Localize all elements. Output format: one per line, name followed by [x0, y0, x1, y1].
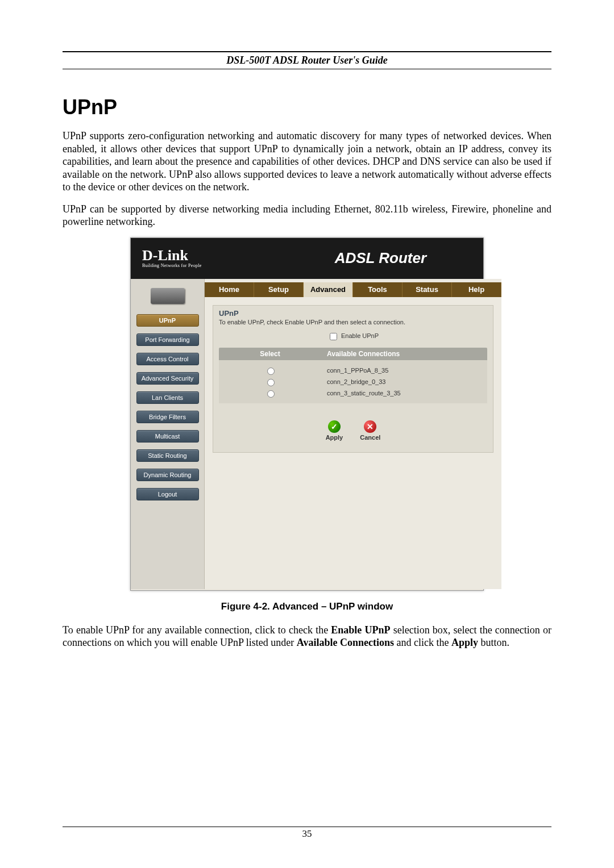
footer-rule [63, 827, 551, 827]
panel-label: UPnP [219, 309, 487, 318]
paragraph-3: To enable UPnP for any available connect… [63, 624, 551, 649]
connection-name-3: conn_3_static_route_3_35 [321, 390, 487, 397]
connection-radio-3[interactable] [267, 390, 275, 398]
p3-seg-b: Enable UPnP [331, 624, 390, 636]
document-page: DSL-500T ADSL Router User's Guide UPnP U… [0, 0, 614, 868]
table-row: conn_3_static_route_3_35 [219, 387, 487, 399]
brand-logo: D-Link Building Networks for People [142, 248, 202, 268]
table-row: conn_2_bridge_0_33 [219, 376, 487, 387]
main-area: Home Setup Advanced Tools Status Help UP… [205, 279, 501, 589]
sidebar-item-access-control[interactable]: Access Control [136, 353, 199, 365]
tab-bar: Home Setup Advanced Tools Status Help [205, 282, 501, 297]
router-body: UPnP Port Forwarding Access Control Adva… [131, 279, 483, 589]
enable-upnp-label: Enable UPnP [341, 332, 379, 339]
paragraph-2: UPnP can be supported by diverse network… [63, 203, 551, 228]
header-title: DSL-500T ADSL Router User's Guide [63, 55, 551, 69]
enable-upnp-checkbox[interactable] [330, 333, 337, 340]
enable-row: Enable UPnP [219, 331, 487, 342]
sidebar-item-lan-clients[interactable]: Lan Clients [136, 391, 199, 404]
figure-caption: Figure 4-2. Advanced – UPnP window [63, 601, 551, 612]
router-screenshot: D-Link Building Networks for People ADSL… [130, 237, 484, 591]
col-available: Available Connections [321, 350, 487, 358]
sidebar-item-logout[interactable]: Logout [136, 488, 199, 500]
connection-radio-1[interactable] [267, 368, 275, 375]
apply-label: Apply [326, 434, 343, 441]
cancel-label: Cancel [360, 434, 380, 441]
sidebar-item-multicast[interactable]: Multicast [136, 430, 199, 443]
connections-table: Select Available Connections conn_1_PPPo… [219, 348, 487, 403]
sidebar-item-static-routing[interactable]: Static Routing [136, 449, 199, 462]
p3-seg-f: Apply [451, 637, 478, 648]
header-rule-bottom [63, 69, 551, 69]
check-icon: ✓ [328, 420, 341, 433]
figure-wrap: D-Link Building Networks for People ADSL… [63, 237, 551, 591]
tab-tools[interactable]: Tools [353, 282, 403, 297]
sidebar: UPnP Port Forwarding Access Control Adva… [131, 279, 205, 589]
brand-tagline: Building Networks for People [142, 263, 202, 268]
p3-seg-d: Available Connections [297, 637, 394, 648]
panel-note: To enable UPnP, check Enable UPnP and th… [219, 319, 487, 326]
paragraph-1: UPnP supports zero-configuration network… [63, 130, 551, 194]
sidebar-item-port-forwarding[interactable]: Port Forwarding [136, 333, 199, 346]
section-heading: UPnP [63, 95, 551, 119]
p3-seg-a: To enable UPnP for any available connect… [63, 624, 331, 636]
tab-status[interactable]: Status [403, 282, 452, 297]
router-title: ADSL Router [335, 249, 472, 267]
page-number: 35 [0, 828, 614, 840]
tab-advanced[interactable]: Advanced [304, 282, 353, 297]
p3-seg-e: and click the [394, 637, 451, 648]
tab-home[interactable]: Home [205, 282, 254, 297]
tab-help[interactable]: Help [452, 282, 501, 297]
p3-seg-g: button. [478, 637, 509, 648]
apply-button[interactable]: ✓ Apply [326, 420, 343, 441]
router-header: D-Link Building Networks for People ADSL… [131, 238, 483, 279]
sidebar-item-upnp[interactable]: UPnP [136, 314, 199, 327]
tab-setup[interactable]: Setup [254, 282, 304, 297]
brand-name: D-Link [142, 248, 202, 263]
action-row: ✓ Apply ✕ Cancel [219, 420, 487, 441]
connection-radio-2[interactable] [267, 379, 275, 386]
col-select: Select [219, 350, 321, 358]
sidebar-item-dynamic-routing[interactable]: Dynamic Routing [136, 469, 199, 481]
header-rule-top [63, 51, 551, 52]
table-row: conn_1_PPPoA_8_35 [219, 365, 487, 376]
connection-name-2: conn_2_bridge_0_33 [321, 378, 487, 385]
table-body: conn_1_PPPoA_8_35 conn_2_bridge_0_33 con… [219, 360, 487, 403]
connection-name-1: conn_1_PPPoA_8_35 [321, 367, 487, 374]
sidebar-item-advanced-security[interactable]: Advanced Security [136, 372, 199, 385]
device-icon [151, 288, 185, 304]
cancel-button[interactable]: ✕ Cancel [360, 420, 380, 441]
sidebar-item-bridge-filters[interactable]: Bridge Filters [136, 411, 199, 423]
table-header: Select Available Connections [219, 348, 487, 360]
upnp-panel: UPnP To enable UPnP, check Enable UPnP a… [213, 305, 493, 453]
close-icon: ✕ [364, 420, 376, 433]
